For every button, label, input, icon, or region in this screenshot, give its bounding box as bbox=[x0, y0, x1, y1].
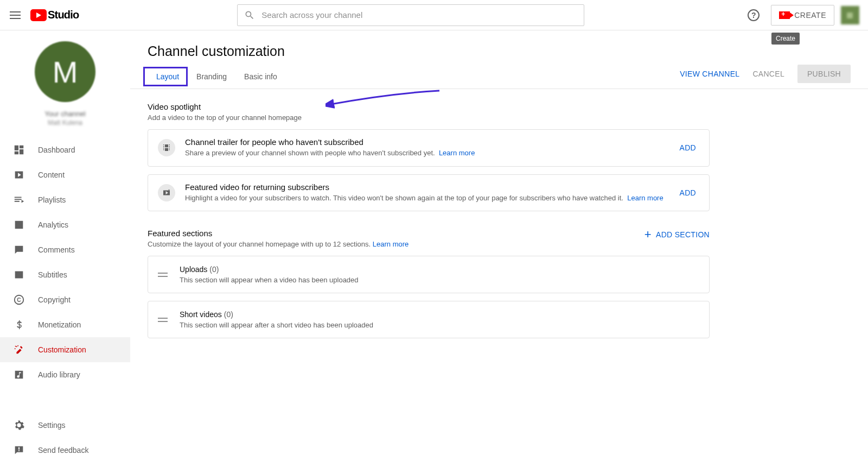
sidebar-item-label: Subtitles bbox=[38, 270, 67, 279]
content-icon bbox=[13, 169, 25, 181]
channel-avatar: M bbox=[35, 41, 95, 102]
help-button[interactable]: ? bbox=[743, 4, 764, 26]
svg-point-2 bbox=[15, 346, 16, 347]
sidebar-item-dashboard[interactable]: Dashboard bbox=[0, 137, 130, 162]
section-card-title: Uploads (0) bbox=[180, 265, 699, 274]
header-left: Studio bbox=[9, 9, 79, 22]
brand-text: Studio bbox=[48, 9, 79, 21]
section-card-short-videos: Short videos (0) This section will appea… bbox=[148, 301, 710, 338]
tabs-left: Layout Branding Basic info bbox=[148, 65, 286, 89]
tab-layout[interactable]: Layout bbox=[148, 65, 188, 89]
sidebar-item-label: Copyright bbox=[38, 295, 71, 304]
featured-title: Featured video for returning subscribers bbox=[185, 182, 667, 192]
sidebar-item-label: Comments bbox=[38, 245, 75, 254]
sidebar-item-settings[interactable]: Settings bbox=[0, 413, 130, 438]
card-body: Featured video for returning subscribers… bbox=[185, 182, 667, 204]
film-icon bbox=[158, 139, 175, 156]
drag-handle-icon[interactable] bbox=[158, 271, 168, 279]
studio-logo[interactable]: Studio bbox=[30, 9, 79, 21]
section-card-uploads: Uploads (0) This section will appear whe… bbox=[148, 256, 710, 293]
subtitles-icon bbox=[13, 269, 25, 281]
spotlight-sub: Add a video to the top of your channel h… bbox=[148, 113, 710, 122]
main-content: Channel customization Layout Branding Ba… bbox=[130, 30, 868, 467]
video-star-icon bbox=[158, 184, 175, 201]
featured-title: Featured sections bbox=[148, 229, 409, 238]
sidebar-item-label: Settings bbox=[38, 421, 66, 430]
trailer-title: Channel trailer for people who haven't s… bbox=[185, 137, 667, 147]
camera-plus-icon bbox=[779, 11, 790, 19]
sidebar-item-content[interactable]: Content bbox=[0, 162, 130, 187]
card-body: Channel trailer for people who haven't s… bbox=[185, 137, 667, 159]
featured-sub: Customize the layout of your channel hom… bbox=[148, 240, 409, 248]
svg-point-3 bbox=[15, 348, 16, 349]
add-section-button[interactable]: + ADD SECTION bbox=[644, 229, 710, 241]
section-card-count: (0) bbox=[209, 265, 219, 274]
sidebar-item-monetization[interactable]: Monetization bbox=[0, 312, 130, 337]
channel-trailer-card: Channel trailer for people who haven't s… bbox=[148, 129, 710, 167]
tabs-right: VIEW CHANNEL CANCEL PUBLISH bbox=[680, 65, 851, 89]
sidebar-item-audio-library[interactable]: Audio library bbox=[0, 362, 130, 387]
account-avatar[interactable] bbox=[841, 6, 859, 24]
add-featured-button[interactable]: ADD bbox=[676, 188, 699, 197]
help-icon: ? bbox=[748, 9, 760, 21]
svg-text:C: C bbox=[17, 297, 21, 303]
add-section-label: ADD SECTION bbox=[656, 230, 710, 239]
learn-more-link[interactable]: Learn more bbox=[373, 240, 409, 248]
sidebar-item-playlists[interactable]: Playlists bbox=[0, 187, 130, 212]
sidebar-bottom: Settings Send feedback bbox=[0, 413, 130, 467]
section-card-body: Uploads (0) This section will appear whe… bbox=[180, 265, 699, 284]
sidebar-item-label: Playlists bbox=[38, 195, 66, 204]
sidebar-item-label: Content bbox=[38, 171, 65, 179]
add-trailer-button[interactable]: ADD bbox=[676, 143, 699, 152]
drag-handle-icon[interactable] bbox=[158, 316, 168, 324]
tabs-row: Layout Branding Basic info VIEW CHANNEL … bbox=[130, 65, 868, 89]
view-channel-button[interactable]: VIEW CHANNEL bbox=[680, 70, 739, 78]
create-label: CREATE bbox=[794, 11, 826, 20]
cancel-button[interactable]: CANCEL bbox=[752, 70, 784, 78]
monetization-icon bbox=[13, 319, 25, 331]
feedback-icon bbox=[13, 444, 25, 456]
plus-icon: + bbox=[644, 229, 652, 241]
create-button[interactable]: CREATE bbox=[771, 5, 834, 26]
channel-label: Your channel bbox=[44, 110, 85, 118]
sidebar-item-label: Audio library bbox=[38, 370, 80, 379]
sidebar: M Your channel Matt Kulena Dashboard Con… bbox=[0, 30, 130, 467]
channel-name: Matt Kulena bbox=[48, 119, 82, 127]
dashboard-icon bbox=[13, 144, 25, 156]
svg-point-4 bbox=[17, 345, 18, 346]
learn-more-link[interactable]: Learn more bbox=[627, 194, 663, 202]
learn-more-link[interactable]: Learn more bbox=[439, 149, 475, 157]
gear-icon bbox=[13, 419, 25, 431]
sidebar-item-subtitles[interactable]: Subtitles bbox=[0, 262, 130, 287]
page-title: Channel customization bbox=[148, 43, 851, 59]
search-input[interactable] bbox=[261, 10, 577, 20]
sidebar-item-customization[interactable]: Customization bbox=[0, 337, 130, 362]
sidebar-item-send-feedback[interactable]: Send feedback bbox=[0, 438, 130, 463]
app-header: Studio ? CREATE bbox=[0, 0, 868, 30]
search-box[interactable] bbox=[237, 4, 584, 26]
sidebar-item-label: Send feedback bbox=[38, 446, 88, 455]
playlists-icon bbox=[13, 194, 25, 206]
channel-block[interactable]: M Your channel Matt Kulena bbox=[0, 41, 130, 127]
section-card-body: Short videos (0) This section will appea… bbox=[180, 310, 699, 329]
analytics-icon bbox=[13, 219, 25, 231]
sidebar-item-comments[interactable]: Comments bbox=[0, 237, 130, 262]
tab-branding[interactable]: Branding bbox=[188, 65, 235, 89]
youtube-icon bbox=[30, 9, 47, 21]
search-icon bbox=[244, 10, 255, 21]
publish-button[interactable]: PUBLISH bbox=[797, 65, 851, 83]
section-card-desc: This section will appear after a short v… bbox=[180, 321, 699, 329]
search-container bbox=[79, 4, 743, 26]
customization-icon bbox=[13, 344, 25, 356]
sidebar-item-label: Monetization bbox=[38, 320, 81, 329]
featured-sections-block: Featured sections Customize the layout o… bbox=[148, 229, 710, 338]
sidebar-item-analytics[interactable]: Analytics bbox=[0, 212, 130, 237]
featured-video-card: Featured video for returning subscribers… bbox=[148, 174, 710, 212]
comments-icon bbox=[13, 244, 25, 256]
featured-head-row: Featured sections Customize the layout o… bbox=[148, 229, 710, 248]
sidebar-item-copyright[interactable]: C Copyright bbox=[0, 287, 130, 312]
tab-basic-info[interactable]: Basic info bbox=[235, 65, 286, 89]
spotlight-title: Video spotlight bbox=[148, 102, 710, 111]
trailer-desc: Share a preview of your channel shown wi… bbox=[185, 148, 667, 159]
menu-icon[interactable] bbox=[9, 9, 22, 22]
